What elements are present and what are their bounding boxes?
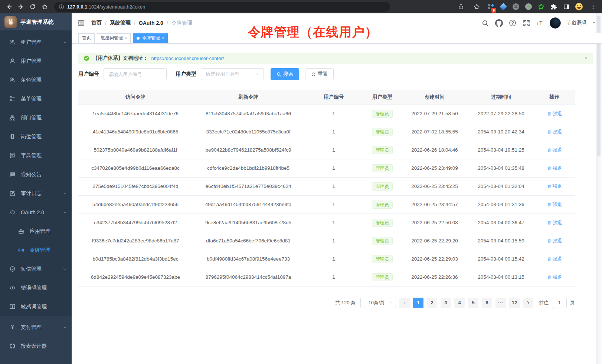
github-icon[interactable] (495, 19, 503, 27)
user-type-select[interactable]: 请选择用户类型 (201, 68, 264, 80)
page-button-4[interactable]: 4 (454, 298, 465, 308)
sidebar-item-user[interactable]: 用户管理 (0, 52, 72, 70)
sidebar-item-payment[interactable]: ¥ 支付管理 (0, 318, 72, 337)
sidebar-item-post[interactable]: 岗位管理 (0, 127, 72, 146)
url-bar[interactable]: 127.0.0.1:1024/system/oauth2/token (54, 2, 390, 12)
force-logout-button[interactable]: 强退 (547, 183, 562, 190)
breadcrumb-home[interactable]: 首页 (91, 20, 102, 26)
prev-page-button[interactable] (399, 298, 410, 308)
sidebar-item-department[interactable]: 部门管理 (0, 108, 72, 127)
announcement-icon (9, 171, 16, 178)
table-row: c342377bf8b344799dcbf7bf095287f29ce8ef2a… (78, 214, 575, 232)
sidebar-item-sms[interactable]: 短信管理 (0, 259, 72, 278)
bookmark-star-icon[interactable] (471, 1, 482, 12)
search-icon[interactable] (481, 19, 489, 27)
more-pages-button[interactable]: ··· (495, 298, 506, 308)
force-logout-button[interactable]: 强退 (547, 165, 562, 172)
page-button-1[interactable]: 1 (413, 298, 423, 308)
reset-button[interactable]: 重置 (305, 68, 334, 80)
search-button[interactable]: 搜索 (271, 68, 299, 80)
chevron-down-icon (63, 40, 67, 44)
extension-pixel-icon[interactable]: 9 (487, 3, 494, 10)
goto-page-input[interactable] (552, 298, 567, 308)
force-logout-button[interactable]: 强退 (547, 274, 562, 281)
close-icon[interactable]: × (161, 36, 164, 40)
sidebar-item-oauth[interactable]: OAuth 2.0 (0, 203, 72, 222)
chevron-down-icon (389, 301, 393, 305)
extension-command-icon[interactable] (512, 3, 520, 10)
col-refresh-token: 刷新令牌 (193, 90, 304, 105)
table-header-row: 访问令牌 刷新令牌 用户编号 用户类型 创建时间 过期时间 操作 (78, 90, 575, 105)
doc-link[interactable]: https://doc.iocoder.cn/user-center/ (151, 56, 224, 61)
user-avatar[interactable] (550, 17, 561, 29)
page-button-6[interactable]: 6 (482, 298, 492, 308)
force-logout-button[interactable]: 强退 (547, 129, 562, 135)
sidebar-item-oauth-token[interactable]: 令牌管理 (0, 241, 72, 259)
page-button-12[interactable]: 12 (509, 298, 520, 308)
page-button-5[interactable]: 5 (468, 298, 478, 308)
user-menu-caret-icon[interactable] (592, 21, 596, 26)
browser-menu-icon[interactable] (588, 1, 598, 12)
side-panel-icon[interactable] (563, 3, 570, 10)
app-logo[interactable]: 芋道管理系统 (0, 13, 72, 30)
table-row: 54d6be82ee5a460a9aedc1f9bf22365649d1aa46… (78, 195, 575, 214)
page-scrollbar[interactable] (596, 13, 602, 364)
dictionary-icon (9, 152, 16, 159)
share-icon[interactable] (456, 1, 466, 12)
sidebar-item-announcement[interactable]: 通知公告 (0, 165, 72, 184)
sidebar-item-dictionary[interactable]: 字典管理 (0, 146, 72, 165)
user-type-tag: 管理员 (372, 219, 393, 227)
home-icon[interactable] (39, 1, 50, 12)
tab-home[interactable]: 首页 (78, 33, 95, 43)
alert-close-icon[interactable]: × (585, 56, 588, 61)
sidebar-item-report-designer[interactable]: 报表设计器 (0, 337, 72, 355)
back-icon[interactable] (4, 1, 14, 12)
svg-text:T: T (539, 20, 543, 26)
forward-icon[interactable] (16, 1, 26, 12)
force-logout-button[interactable]: 强退 (547, 256, 562, 262)
table-row: 275e5de9151045fe87cbdc395e004f4de6cfd40e… (78, 177, 575, 195)
page-button-2[interactable]: 2 (427, 298, 437, 308)
force-logout-button[interactable]: 强退 (547, 147, 562, 153)
sidebar-item-role[interactable]: 角色管理 (0, 70, 72, 89)
page-button-3[interactable]: 3 (441, 298, 451, 308)
sidebar-item-oauth-app[interactable]: 应用管理 (0, 222, 72, 241)
tab-token[interactable]: 令牌管理× (133, 33, 167, 43)
user-id-input[interactable] (104, 68, 167, 80)
sidebar-item-audit-log[interactable]: 审计日志 (0, 184, 72, 203)
sidebar-item-error-code[interactable]: 错误码管理 (0, 278, 72, 297)
sidebar-item-tenant[interactable]: 租户管理 (0, 33, 72, 52)
next-page-button[interactable] (523, 298, 533, 308)
force-logout-button[interactable]: 强退 (547, 201, 562, 208)
table-row: 6d842e2924594de9a09e45e087323abe8796295f… (78, 268, 575, 286)
doc-alert: 【用户体系】文档地址： https://doc.iocoder.cn/user-… (78, 53, 593, 64)
sidebar-item-sensitive-word[interactable]: 敏感词管理 (0, 297, 72, 316)
site-info-icon[interactable] (59, 4, 64, 10)
font-size-icon[interactable]: TT (536, 19, 544, 27)
sidebar-toggle-icon[interactable] (77, 19, 85, 27)
extensions-puzzle-icon[interactable] (550, 3, 557, 10)
profile-avatar-icon[interactable] (575, 3, 583, 10)
fullscreen-icon[interactable] (522, 19, 530, 27)
force-logout-button[interactable]: 强退 (547, 238, 562, 244)
tab-sensitive-word[interactable]: 敏感词管理× (97, 33, 131, 43)
extension-star-icon[interactable] (537, 3, 545, 10)
reload-icon[interactable] (27, 1, 38, 12)
filter-bar: 用户编号 用户类型 请选择用户类型 搜索 重置 (78, 68, 602, 80)
screen: 127.0.0.1:1024/system/oauth2/token 9 (0, 0, 602, 364)
extension-gem-icon[interactable] (500, 3, 507, 10)
col-actions: 操作 (534, 90, 575, 105)
force-logout-button[interactable]: 强退 (547, 219, 562, 226)
breadcrumb-system[interactable]: 系统管理 (110, 20, 131, 26)
sidebar: 芋道管理系统 租户管理 用户管理 角色管理 菜单管理 (0, 13, 72, 364)
table-row: f9336e7c7dd242a283ee98dc86b17a87dfa6c71a… (78, 232, 575, 250)
sms-icon (9, 266, 16, 272)
close-icon[interactable]: × (125, 36, 127, 40)
page-size-select[interactable]: 10条/页 (360, 298, 396, 308)
sidebar-item-menu[interactable]: 菜单管理 (0, 89, 72, 108)
help-icon[interactable] (508, 19, 517, 27)
audit-log-icon (9, 190, 16, 197)
breadcrumb-oauth[interactable]: OAuth 2.0 (139, 20, 163, 26)
extension-recorder-icon[interactable] (525, 3, 532, 10)
force-logout-button[interactable]: 强退 (547, 110, 562, 117)
